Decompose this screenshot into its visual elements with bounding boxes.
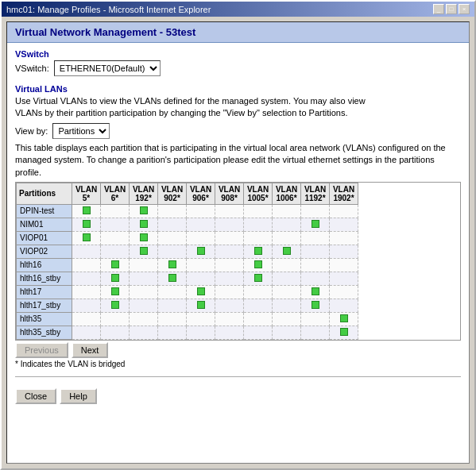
vlan-cell <box>101 258 130 272</box>
vlan-cell <box>158 312 187 326</box>
vlan-cell <box>330 326 358 339</box>
vlan-cell <box>130 326 158 339</box>
vlan-cell <box>301 231 330 245</box>
table-row: hlth16_stby <box>17 272 358 285</box>
vlan-cell <box>130 312 158 326</box>
vlan-cell <box>273 326 301 339</box>
partition-name-cell: VIOP02 <box>17 245 72 258</box>
vlan-cell <box>72 272 101 285</box>
vlan-cell <box>187 258 215 272</box>
vlan-indicator <box>83 220 91 228</box>
vlan-cell <box>72 245 101 258</box>
vlan-cell <box>101 231 130 245</box>
vlan-cell <box>330 272 358 285</box>
vlan-cell <box>130 204 158 218</box>
close-window-button[interactable]: × <box>459 4 470 14</box>
vlan-indicator <box>168 274 176 282</box>
page-header: Virtual Network Management - 53test <box>7 22 469 43</box>
next-button[interactable]: Next <box>72 342 109 358</box>
vlan-cell <box>101 312 130 326</box>
vlan-cell <box>244 245 273 258</box>
vlan-cell <box>101 285 130 299</box>
vlan-indicator <box>340 314 348 322</box>
partition-name-cell: hlth17 <box>17 285 72 299</box>
vlan-cell <box>215 299 244 312</box>
vswitch-select[interactable]: ETHERNET0(Default) ETHERNET1 <box>54 60 161 76</box>
vlan-cell <box>187 218 215 231</box>
title-bar: hmc01: Manage Profiles - Microsoft Inter… <box>2 2 474 17</box>
vlan-cell <box>187 231 215 245</box>
vlan-indicator <box>283 247 291 255</box>
partition-name-cell: DPIN-test <box>17 204 72 218</box>
col-vlan1005: VLAN1005* <box>244 183 273 204</box>
vlan-indicator <box>312 287 319 295</box>
vlan-cell <box>158 299 187 312</box>
viewby-label: View by: <box>15 126 48 136</box>
vlan-indicator <box>168 260 176 268</box>
viewby-row: View by: Partitions VLANs <box>15 123 461 139</box>
vlan-cell <box>273 258 301 272</box>
vlan-cell <box>130 285 158 299</box>
table-row: VIOP02 <box>17 245 358 258</box>
col-vlan902: VLAN902* <box>158 183 187 204</box>
vlan-cell <box>301 218 330 231</box>
separator <box>15 376 461 377</box>
vlan-cell <box>130 258 158 272</box>
vlan-indicator <box>83 206 91 214</box>
vlan-cell <box>330 285 358 299</box>
vlan-indicator <box>83 233 91 241</box>
partition-name-cell: hlth16 <box>17 258 72 272</box>
col-vlan1192: VLAN1192* <box>301 183 330 204</box>
vlan-cell <box>158 204 187 218</box>
vlan-cell <box>72 231 101 245</box>
vlan-cell <box>158 231 187 245</box>
col-vlan1006: VLAN1006* <box>273 183 301 204</box>
col-partitions: Partitions <box>17 183 72 204</box>
vlan-cell <box>215 285 244 299</box>
vlan-cell <box>101 299 130 312</box>
vlan-cell <box>273 312 301 326</box>
maximize-button[interactable]: □ <box>446 4 457 14</box>
minimize-button[interactable]: _ <box>433 4 444 14</box>
vlan-cell <box>301 272 330 285</box>
vlan-indicator <box>197 287 205 295</box>
vlan-cell <box>158 326 187 339</box>
vlan-cell <box>72 312 101 326</box>
vlan-table-container[interactable]: Partitions VLAN5* VLAN6* VLAN192* VLAN90… <box>15 182 461 341</box>
vlan-cell <box>215 258 244 272</box>
viewby-select[interactable]: Partitions VLANs <box>52 123 110 139</box>
vlan-cell <box>130 231 158 245</box>
vlan-cell <box>330 218 358 231</box>
vlan-cell <box>101 272 130 285</box>
col-vlan192: VLAN192* <box>130 183 158 204</box>
table-header-row: Partitions VLAN5* VLAN6* VLAN192* VLAN90… <box>17 183 358 204</box>
vlan-cell <box>158 272 187 285</box>
vlan-indicator <box>111 287 119 295</box>
vlan-cell <box>301 312 330 326</box>
vlan-cell <box>273 218 301 231</box>
vlan-table: Partitions VLAN5* VLAN6* VLAN192* VLAN90… <box>16 183 358 340</box>
vlan-cell <box>101 245 130 258</box>
help-button[interactable]: Help <box>60 388 97 404</box>
vlan-cell <box>187 285 215 299</box>
previous-button[interactable]: Previous <box>15 342 68 358</box>
vlan-cell <box>187 204 215 218</box>
vlan-indicator <box>254 260 262 268</box>
table-row: VIOP01 <box>17 231 358 245</box>
table-row: hlth35 <box>17 312 358 326</box>
vlan-cell <box>301 326 330 339</box>
col-vlan906: VLAN906* <box>187 183 215 204</box>
close-button[interactable]: Close <box>15 388 56 404</box>
vlan-cell <box>215 245 244 258</box>
col-vlan1902: VLAN1902* <box>330 183 358 204</box>
vlan-cell <box>158 285 187 299</box>
vlan-cell <box>301 245 330 258</box>
vlan-cell <box>130 245 158 258</box>
vlan-cell <box>273 299 301 312</box>
vlan-cell <box>215 204 244 218</box>
bottom-buttons: Close Help <box>15 385 461 407</box>
vlan-cell <box>215 272 244 285</box>
vlan-indicator <box>197 247 205 255</box>
vlan-cell <box>72 326 101 339</box>
partition-name-cell: NIM01 <box>17 218 72 231</box>
